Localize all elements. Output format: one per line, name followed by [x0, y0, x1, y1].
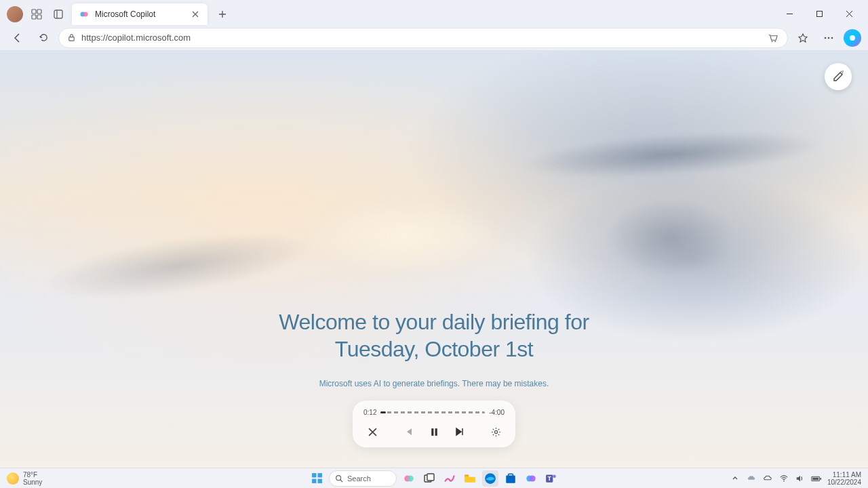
svg-rect-41: [812, 477, 818, 480]
taskbar-app-copilot2[interactable]: [523, 470, 539, 487]
svg-rect-0: [32, 9, 36, 14]
page-content: Welcome to your daily briefing for Tuesd…: [0, 51, 868, 468]
back-button[interactable]: [7, 27, 28, 49]
edit-button[interactable]: [825, 63, 852, 90]
copilot-favicon-icon: [79, 9, 90, 20]
new-tab-button[interactable]: [213, 5, 232, 24]
remaining-time: -4:00: [489, 409, 505, 416]
tray-onedrive-icon[interactable]: [746, 473, 757, 484]
tray-chevron-icon[interactable]: [730, 473, 741, 484]
tab-bar: Microsoft Copilot: [0, 0, 868, 26]
browser-tab[interactable]: Microsoft Copilot: [72, 3, 208, 25]
clock[interactable]: 11:11 AM 10/22/2024: [827, 471, 861, 486]
svg-point-14: [828, 37, 830, 39]
more-button[interactable]: [818, 27, 840, 49]
progress-row: 0:12 -4:00: [363, 409, 505, 416]
start-button[interactable]: [309, 470, 325, 487]
svg-rect-9: [816, 12, 822, 17]
taskbar-app-copilot[interactable]: [401, 470, 417, 487]
svg-rect-17: [431, 428, 433, 436]
svg-rect-29: [427, 474, 434, 481]
search-placeholder: Search: [347, 474, 371, 483]
svg-rect-20: [312, 473, 316, 477]
maximize-button[interactable]: [804, 3, 834, 25]
taskbar-app-teams[interactable]: T: [543, 470, 559, 487]
weather-cond: Sunny: [23, 479, 42, 486]
svg-rect-21: [317, 473, 321, 477]
svg-point-13: [825, 37, 827, 39]
tray-battery-icon[interactable]: [811, 473, 822, 484]
tray-volume-icon[interactable]: [795, 473, 806, 484]
svg-rect-1: [37, 9, 41, 14]
search-icon: [335, 474, 343, 483]
audio-player: 0:12 -4:00: [353, 401, 515, 447]
svg-rect-18: [435, 428, 437, 436]
shopping-icon[interactable]: [766, 27, 779, 49]
copilot-sidebar-button[interactable]: [844, 29, 861, 47]
svg-point-27: [408, 475, 414, 481]
player-settings-button[interactable]: [487, 423, 505, 441]
date: 10/22/2024: [827, 479, 861, 486]
briefing-section: Welcome to your daily briefing for Tuesd…: [0, 308, 868, 388]
svg-line-25: [340, 479, 342, 481]
briefing-disclaimer: Microsoft uses AI to generate briefings.…: [0, 379, 868, 388]
briefing-title: Welcome to your daily briefing for Tuesd…: [0, 308, 868, 363]
svg-rect-33: [509, 474, 513, 476]
svg-rect-42: [820, 478, 821, 480]
svg-point-39: [783, 480, 785, 481]
svg-point-7: [83, 12, 88, 16]
svg-rect-22: [312, 479, 316, 483]
close-window-button[interactable]: [834, 3, 864, 25]
next-button[interactable]: [451, 423, 469, 441]
taskbar-app-store[interactable]: [502, 470, 519, 487]
tab-actions-icon[interactable]: [50, 6, 66, 22]
browser-chrome: Microsoft Copilot https://copilot.micros…: [0, 0, 868, 51]
svg-rect-30: [465, 474, 469, 476]
weather-temp: 78°F: [23, 471, 42, 479]
pause-button[interactable]: [425, 423, 443, 441]
weather-widget[interactable]: 78°F Sunny: [7, 471, 42, 486]
svg-point-16: [850, 35, 855, 41]
tray-wifi-icon[interactable]: [778, 473, 789, 484]
svg-rect-2: [32, 15, 36, 19]
window-controls: [774, 3, 864, 25]
site-info-icon[interactable]: [67, 33, 76, 42]
url-box[interactable]: https://copilot.microsoft.com: [58, 28, 788, 48]
svg-rect-4: [54, 10, 62, 18]
taskbar-search[interactable]: Search: [329, 470, 397, 487]
time: 11:11 AM: [827, 471, 861, 479]
svg-point-15: [831, 37, 833, 39]
system-tray: 11:11 AM 10/22/2024: [730, 471, 861, 486]
svg-point-38: [553, 474, 556, 478]
minimize-button[interactable]: [774, 3, 804, 25]
elapsed-time: 0:12: [363, 409, 376, 416]
taskbar-app-edge[interactable]: [482, 470, 498, 487]
taskbar-app-taskview[interactable]: [421, 470, 437, 487]
svg-text:T: T: [547, 475, 551, 482]
refresh-button[interactable]: [33, 27, 54, 49]
player-controls: [363, 423, 505, 441]
progress-track[interactable]: [380, 411, 485, 413]
tab-close-button[interactable]: [190, 9, 201, 20]
svg-rect-23: [317, 479, 321, 483]
url-text: https://copilot.microsoft.com: [81, 33, 760, 43]
svg-point-11: [771, 41, 772, 42]
svg-point-35: [530, 475, 536, 481]
svg-point-12: [774, 41, 776, 42]
previous-button[interactable]: [399, 423, 417, 441]
favorites-button[interactable]: [792, 27, 814, 49]
svg-rect-3: [37, 15, 41, 19]
close-player-button[interactable]: [363, 423, 381, 441]
tab-title: Microsoft Copilot: [95, 9, 184, 19]
workspaces-icon[interactable]: [28, 6, 45, 22]
progress-fill: [380, 411, 386, 413]
taskbar: 78°F Sunny Search T 11:11 AM 10/22/2024: [0, 468, 868, 488]
taskbar-app-whiteboard[interactable]: [441, 470, 458, 487]
taskbar-center: Search T: [309, 470, 559, 487]
taskbar-app-explorer[interactable]: [462, 470, 478, 487]
svg-point-19: [494, 430, 497, 433]
svg-rect-10: [69, 37, 74, 41]
tray-cloud-icon[interactable]: [762, 473, 773, 484]
svg-point-24: [336, 475, 341, 480]
profile-avatar[interactable]: [7, 6, 23, 22]
